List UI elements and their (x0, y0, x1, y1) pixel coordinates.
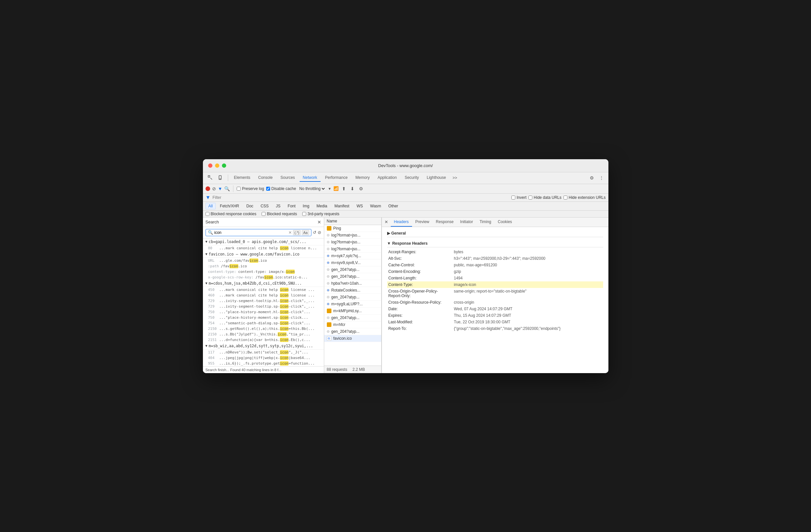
tab-lighthouse[interactable]: Lighthouse (424, 174, 449, 182)
search-input-field[interactable]: icon (214, 230, 288, 235)
tab-headers[interactable]: Headers (391, 218, 412, 227)
request-item-gen204-5[interactable]: gen_204?atyp... (324, 328, 381, 335)
search-cancel-button[interactable]: ⊘ (318, 230, 321, 235)
request-item-m-kmfp[interactable]: m=kMFpHd,sy... (324, 308, 381, 314)
request-item-gen204-4[interactable]: gen_204?atyp... (324, 314, 381, 322)
tab-sources[interactable]: Sources (277, 174, 298, 182)
request-item-rotate[interactable]: RotateCookies... (324, 287, 381, 294)
record-button[interactable] (205, 186, 210, 191)
result-line-g3-6[interactable]: 754..."semantic-path-dialog.sp-icon-clic… (203, 320, 324, 326)
result-line-g3-7[interactable]: 2150...s.getRoot().el(),a);this.icon=thi… (203, 326, 324, 331)
search-close-button[interactable]: ✕ (317, 219, 321, 225)
tab-network[interactable]: Network (300, 174, 321, 182)
result-line-g3-5[interactable]: 750..."place-history-moment.sp-icon-clic… (203, 315, 324, 320)
result-line-g3-4[interactable]: 750..."place-history-moment.hl-icon-clic… (203, 309, 324, 315)
request-item-log1[interactable]: log?format=jso... (324, 232, 381, 239)
result-line-g2-2[interactable]: content-type:content-type: image/x-icon (203, 269, 324, 275)
maximize-button[interactable] (222, 163, 226, 168)
disable-cache-checkbox[interactable] (266, 187, 270, 191)
request-item-gen204-2[interactable]: gen_204?atyp... (324, 273, 381, 280)
details-close-button[interactable]: ✕ (384, 219, 388, 224)
tab-timing[interactable]: Timing (476, 218, 495, 227)
blocked-requests-checkbox[interactable] (262, 212, 265, 216)
network-settings-button[interactable]: ⚙ (358, 185, 365, 192)
result-line-g3-8[interactable]: 2150...s.Bb("Jylpdf")._Vn(this.icon,"tia… (203, 331, 324, 337)
invert-checkbox[interactable] (511, 195, 515, 200)
type-filter-doc[interactable]: Doc (244, 203, 256, 209)
tab-console[interactable]: Console (255, 174, 276, 182)
more-options-button[interactable]: ⋮ (597, 174, 606, 182)
result-line-g3-1[interactable]: 460...mark canonical cite help icon lice… (203, 293, 324, 298)
tab-preview[interactable]: Preview (412, 218, 433, 227)
type-filter-img[interactable]: Img (300, 203, 312, 209)
type-filter-wasm[interactable]: Wasm (367, 203, 384, 209)
more-tabs-button[interactable]: >> (450, 174, 459, 182)
result-line-g4-0[interactable]: 117...nDReve"));Bw.set("select_icon",_J(… (203, 349, 324, 355)
result-line-g3-3[interactable]: 729...ivity-segment-tooltip.sp-icon-clic… (203, 304, 324, 309)
blocked-cookies-label[interactable]: Blocked response cookies (205, 212, 256, 216)
result-line-g3-9[interactable]: 2151...d=function(a){var b=this.icon.Eb(… (203, 337, 324, 343)
tab-elements[interactable]: Elements (231, 174, 254, 182)
clear-button[interactable]: ⊘ (212, 186, 216, 191)
type-filter-ws[interactable]: WS (354, 203, 366, 209)
result-group-header-g1[interactable]: ▼ cb=gapi.loaded_0 — apis.google.com/_sc… (203, 238, 324, 245)
hide-extension-urls-checkbox[interactable] (564, 195, 567, 200)
request-item-ping[interactable]: Ping (324, 225, 381, 232)
tab-initiator[interactable]: Initiator (457, 218, 476, 227)
blocked-cookies-checkbox[interactable] (205, 212, 210, 216)
filter-input[interactable] (212, 195, 509, 200)
request-item-gen204-3[interactable]: gen_204?atyp... (324, 294, 381, 301)
result-group-header-g4[interactable]: ▼ m=sb_wiz,aa,abd,sy12d,sytt,sytp,sy12c,… (203, 343, 324, 349)
request-item-favicon[interactable]: Gfavicon.ico (324, 335, 381, 342)
request-item-log2[interactable]: log?format=jso... (324, 239, 381, 246)
close-button[interactable] (208, 163, 212, 168)
type-filter-font[interactable]: Font (285, 203, 299, 209)
search-icon[interactable]: 🔍 (224, 186, 230, 191)
request-item-m-hfcr[interactable]: m=hfcr (324, 322, 381, 328)
disable-cache-label[interactable]: Disable cache (266, 186, 296, 191)
result-line-g3-0[interactable]: 450...mark canonical cite help icon lice… (203, 287, 324, 293)
response-headers-section-header[interactable]: ▼ Response Headers (387, 240, 603, 247)
request-item-hpba[interactable]: hpba?vet=10ah... (324, 280, 381, 287)
type-filter-fetch-xhr[interactable]: Fetch/XHR (217, 203, 242, 209)
type-filter-js[interactable]: JS (273, 203, 284, 209)
type-filter-media[interactable]: Media (314, 203, 331, 209)
result-line-g2-0[interactable]: URL...gle.com/favicon.ico (203, 258, 324, 263)
tab-cookies[interactable]: Cookies (495, 218, 515, 227)
hide-data-urls-checkbox[interactable] (529, 195, 532, 200)
result-line-g2-1[interactable]: :path/favicon.ico (203, 263, 324, 269)
search-clear-button[interactable]: ✕ (289, 230, 292, 235)
device-toolbar-button[interactable] (216, 174, 225, 183)
request-item-m-syv9[interactable]: m=syv9,syv8,V... (324, 260, 381, 266)
search-refresh-button[interactable]: ↺ (313, 230, 316, 235)
tab-application[interactable]: Application (374, 174, 400, 182)
throttle-select[interactable]: No throttling (298, 186, 326, 191)
tab-memory[interactable]: Memory (352, 174, 373, 182)
invert-label[interactable]: Invert (511, 195, 526, 200)
inspect-element-button[interactable] (205, 174, 215, 183)
hide-data-urls-label[interactable]: Hide data URLs (529, 195, 562, 200)
result-line-g3-2[interactable]: 729...ivity-segment-tooltip.hl-icon-clic… (203, 298, 324, 304)
import-button[interactable]: ⬆ (341, 185, 347, 192)
result-group-header-g3[interactable]: ▼ m=cdos,hsm,jsa,mb4ZUb,d,csi,cEt90b,SNU… (203, 280, 324, 287)
type-filter-other[interactable]: Other (385, 203, 401, 209)
third-party-label[interactable]: 3rd-party requests (302, 212, 339, 216)
request-item-m-syg9[interactable]: m=syg9,aLUfP?... (324, 301, 381, 308)
result-line-g4-2[interactable]: 955...is,6});_.fs.prototype.geticon=func… (203, 361, 324, 366)
type-filter-css[interactable]: CSS (258, 203, 272, 209)
preserve-log-checkbox[interactable] (237, 187, 241, 191)
hide-extension-urls-label[interactable]: Hide extension URLs (564, 195, 606, 200)
result-line-g4-1[interactable]: 404...jpeg|jpg|png|tiff|webp|x-icon|base… (203, 355, 324, 361)
type-filter-manifest[interactable]: Manifest (332, 203, 352, 209)
tab-response[interactable]: Response (433, 218, 457, 227)
search-regex-button[interactable]: (.*) (293, 230, 301, 235)
type-filter-all[interactable]: All (205, 203, 216, 209)
preserve-log-label[interactable]: Preserve log (237, 186, 264, 191)
tab-performance[interactable]: Performance (322, 174, 351, 182)
settings-button[interactable]: ⚙ (588, 174, 596, 182)
general-section-header[interactable]: ▶ General (387, 230, 603, 237)
tab-security[interactable]: Security (401, 174, 422, 182)
blocked-requests-label[interactable]: Blocked requests (262, 212, 297, 216)
request-item-gen204-1[interactable]: gen_204?atyp... (324, 266, 381, 273)
request-item-m-syk7[interactable]: m=syk7,sylc?xj... (324, 253, 381, 260)
